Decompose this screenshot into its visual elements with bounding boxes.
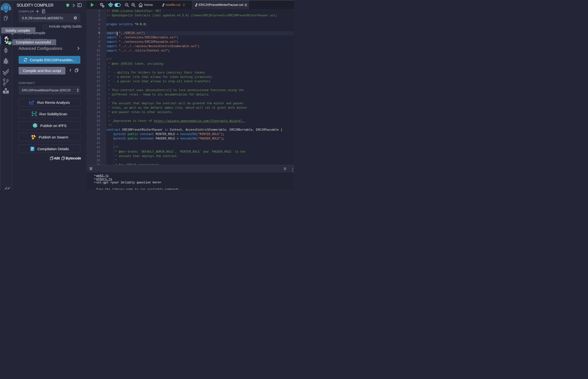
svg-text:IPFS: IPFS <box>33 125 37 127</box>
